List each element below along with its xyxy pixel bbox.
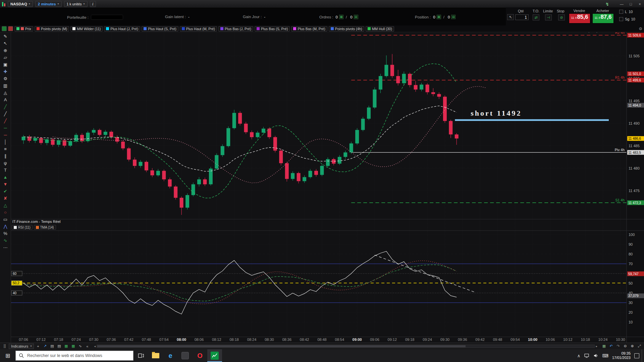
indicators-dropdown[interactable]: Indicateurs ▾ [9, 344, 34, 349]
sg-checkbox[interactable] [619, 17, 623, 21]
keyboard-icon[interactable]: ⌨ [602, 353, 608, 358]
position-list-icon[interactable]: ▦ [437, 15, 441, 19]
zigzag-tool[interactable]: ⋀ [0, 223, 11, 230]
pencil-tool[interactable]: ✎ [0, 33, 11, 40]
network-icon[interactable] [584, 353, 589, 358]
scroll-right-arrow[interactable]: ▸ [596, 345, 597, 348]
scrollbar-track[interactable] [97, 345, 595, 348]
fullscreen-icon[interactable]: ⤢ [636, 344, 642, 349]
copy-tool[interactable]: ▣ [0, 61, 11, 68]
triangle-tool[interactable]: △ [0, 202, 11, 209]
zoom-in-icon[interactable]: ⊕ [629, 344, 635, 349]
sell-button[interactable]: 11 4 85,6 [569, 13, 590, 23]
trendline-tool[interactable]: ╱ [0, 110, 11, 117]
alerts-toggle[interactable] [8, 26, 13, 31]
show-desktop-button[interactable] [642, 349, 644, 362]
legend-settings-icon[interactable]: ⚙ [639, 26, 642, 31]
stop-button[interactable]: ⊘ [558, 14, 565, 20]
legend-item[interactable]: Plus Bas (S, Pré) [255, 26, 290, 32]
trendline-red-tool[interactable]: ╱ [0, 117, 11, 124]
trading-app-button[interactable] [207, 349, 222, 362]
move-tool[interactable]: ✚ [0, 68, 11, 75]
legend-item[interactable]: Plus Bas (M, Pré) [291, 26, 327, 32]
file-explorer-button[interactable] [148, 349, 163, 362]
units-select[interactable]: 1 k unités ▾ [64, 1, 88, 7]
info-button[interactable]: i [90, 1, 96, 7]
opera-button[interactable]: O [193, 349, 207, 362]
redo-icon[interactable]: ↷ [615, 344, 621, 349]
percent-tool[interactable]: % [0, 230, 11, 237]
zoom-tool[interactable]: ⊕ [0, 47, 11, 54]
limit-button[interactable]: ⊣ [545, 14, 552, 20]
rsi-legend-item[interactable]: RSI (11) [12, 225, 33, 230]
shapes-tool[interactable]: ◬ [0, 89, 11, 96]
delete-tool[interactable]: ▥ [0, 82, 11, 89]
legend-item[interactable]: Plus Bas (J, Pré) [218, 26, 253, 32]
wave-tool[interactable]: ∿ [0, 237, 11, 244]
scroll-left-arrow[interactable]: ◂ [94, 345, 96, 348]
task-view-button[interactable] [133, 349, 148, 362]
instrument-select[interactable]: NASDAQ ▾ [8, 1, 33, 7]
legend-item[interactable]: Prix [14, 26, 33, 32]
share-icon[interactable]: ↗ [42, 344, 48, 349]
scrollbar-thumb[interactable] [97, 345, 466, 347]
start-button[interactable]: ⊞ [0, 349, 15, 362]
undo-icon[interactable]: ↶ [608, 344, 614, 349]
legend-item[interactable]: MM Hull (30) [366, 26, 394, 32]
arrow-up-tool[interactable]: ▲ [0, 174, 11, 181]
pitchfork-tool[interactable]: ψ [0, 160, 11, 167]
taskbar-clock[interactable]: 09:35 17/01/2023 [612, 351, 631, 360]
zoom-out-icon[interactable]: ⊖ [622, 344, 628, 349]
text-tool[interactable]: T [0, 167, 11, 174]
settings-tool[interactable]: ⚙ [0, 75, 11, 82]
hline-green-tool[interactable]: ─ [0, 124, 11, 131]
grid-dots-icon[interactable]: ⣿ [2, 344, 8, 349]
timeframe-select[interactable]: 2 minutes ▾ [35, 1, 62, 7]
action-center-icon[interactable] [634, 353, 639, 358]
add-indicator-icon[interactable]: + [35, 344, 41, 349]
rsi-legend-item[interactable]: TMA (14) [34, 225, 56, 230]
cursor-tool[interactable]: ↖ [0, 40, 11, 47]
legend-item[interactable]: MM Wilder (11) [70, 26, 103, 32]
vline-tool[interactable]: │ [0, 138, 11, 145]
minimize-button[interactable]: — [619, 2, 624, 6]
chart-mode-icon[interactable]: ∿ [77, 344, 83, 349]
trailing-stop-button[interactable]: ⇄ [533, 14, 539, 20]
legend-item[interactable]: Points pivots (M) [35, 26, 69, 32]
buy-button[interactable]: 11 4 87,6 [592, 13, 614, 23]
collapse-icon[interactable]: « [84, 344, 90, 349]
cross-tool[interactable]: ✘ [0, 195, 11, 202]
rectangle-tool[interactable]: ▭ [0, 216, 11, 223]
chart-canvas[interactable]: R2 4hR1 4hPiv 4hS1 4hshort 1149211 50511… [11, 32, 644, 343]
legend-item[interactable]: Plus Haut (M, Pré) [180, 26, 217, 32]
orders-list-icon[interactable]: ▦ [339, 15, 343, 19]
edge-button[interactable]: e [163, 349, 178, 362]
legend-item[interactable]: Plus Haut (J, Pré) [104, 26, 140, 32]
journal-icon[interactable]: ▤ [49, 344, 55, 349]
taskbar-search[interactable] [15, 351, 133, 361]
legend-item[interactable]: Points pivots (4h) [329, 26, 364, 32]
watchlist-icon[interactable]: ▦ [63, 344, 69, 349]
price-style-toggle[interactable] [2, 26, 7, 31]
text-size-tool[interactable]: A [0, 96, 11, 103]
hline-red-tool[interactable]: ─ [0, 131, 11, 138]
position-settings-icon[interactable]: ▤ [451, 15, 455, 19]
ellipse-tool[interactable]: ○ [0, 209, 11, 216]
maximize-button[interactable]: □ [628, 2, 633, 6]
close-button[interactable]: × [637, 2, 642, 6]
arrow-down-tool[interactable]: ▼ [0, 181, 11, 188]
l-checkbox[interactable] [619, 10, 623, 14]
pointer-mode-button[interactable]: ↖ [507, 14, 514, 20]
table-icon[interactable]: ▦ [70, 344, 76, 349]
qty-input[interactable] [515, 14, 529, 20]
orders-settings-icon[interactable]: ▤ [354, 15, 358, 19]
more-tools[interactable]: ⋯ [0, 244, 11, 251]
desktop-app-button[interactable] [178, 349, 193, 362]
trendline-green-tool[interactable]: ╱ [0, 103, 11, 110]
legend-item[interactable]: Plus Haut (S, Pré) [142, 26, 178, 32]
channel-tool[interactable]: ∥ [0, 153, 11, 160]
volume-icon[interactable] [593, 353, 598, 358]
eraser-tool[interactable]: ▱ [0, 54, 11, 61]
horizontal-scrollbar[interactable]: ◂ ▸ [94, 344, 597, 348]
tray-chevron-icon[interactable]: ∧ [577, 353, 581, 358]
